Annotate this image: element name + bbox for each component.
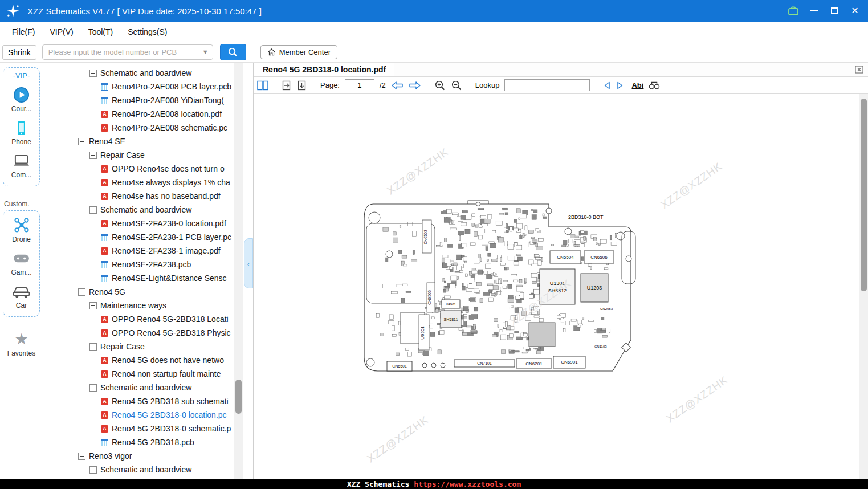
collapse-toggle-icon[interactable] xyxy=(89,466,97,474)
tree-folder[interactable]: Maintenance ways xyxy=(43,299,253,312)
tree-scrollbar-thumb[interactable] xyxy=(235,380,242,414)
page-input[interactable] xyxy=(345,79,374,91)
tree-item-label: Reno4Pro-2AE008 PCB layer.pcb xyxy=(112,82,231,91)
tree-folder[interactable]: Schematic and boardview xyxy=(43,66,253,80)
pcb-file-icon xyxy=(101,261,108,268)
tree-item-label: Reno4SE-Light&Distance Sensc xyxy=(112,274,227,283)
find-next-icon[interactable] xyxy=(616,81,624,90)
tree-file[interactable]: AReno4SE-2FA238-1 image.pdf xyxy=(43,244,253,258)
tree-file[interactable]: AReno4se has no baseband.pdf xyxy=(43,189,253,203)
lookup-input[interactable] xyxy=(504,79,590,91)
tree-file[interactable]: AOPPO Reno4 5G-2BD318 Locati xyxy=(43,312,253,326)
tree-folder[interactable]: Reno4 5G xyxy=(43,285,253,299)
svg-text:2BD318-0 BOT: 2BD318-0 BOT xyxy=(568,214,604,220)
tree-scrollbar[interactable] xyxy=(234,63,243,479)
tree-file[interactable]: AOPPO Reno4 5G-2BD318 Physic xyxy=(43,326,253,340)
document-tab[interactable]: Reno4 5G 2BD318-0 location.pdf xyxy=(254,63,394,76)
tree-file[interactable]: AReno4Pro-2AE008 schematic.pc xyxy=(43,121,253,135)
tree-item-label: OPPO Reno4 5G-2BD318 Locati xyxy=(112,315,229,324)
menu-tool[interactable]: Tool(T) xyxy=(81,22,121,42)
collapse-toggle-icon[interactable] xyxy=(89,152,97,159)
sidebar-item-phone[interactable]: Phone xyxy=(11,119,31,146)
menu-vip[interactable]: VIP(V) xyxy=(42,22,80,42)
tree-folder[interactable]: Repair Case xyxy=(43,148,253,162)
tree-item-label: Reno4 5G 2BD318 sub schemati xyxy=(112,397,229,406)
sidebar-item-car[interactable]: Car xyxy=(12,283,31,309)
statusbar-url[interactable]: https://www.xzztools.com xyxy=(414,480,521,488)
zoom-in-icon[interactable] xyxy=(434,80,446,91)
svg-text:CN5504: CN5504 xyxy=(557,255,574,260)
collapse-toggle-icon[interactable] xyxy=(89,206,97,214)
sidebar-item-label: Car xyxy=(16,301,27,309)
next-page-icon[interactable] xyxy=(409,81,421,90)
tree-folder[interactable]: Repair Case xyxy=(43,340,253,353)
pdf-scrollbar-thumb[interactable] xyxy=(861,99,867,291)
tree-folder[interactable]: Schematic and boardview xyxy=(43,463,253,476)
minimize-button[interactable] xyxy=(805,3,822,19)
sidebar-item-game[interactable]: Gam... xyxy=(11,250,31,276)
close-document-icon[interactable] xyxy=(855,66,863,74)
find-prev-icon[interactable] xyxy=(603,81,611,90)
tree-file[interactable]: AOPPO Reno4se does not turn o xyxy=(43,162,253,176)
maximize-button[interactable] xyxy=(826,3,843,19)
tree-file[interactable]: AReno4 5G does not have netwo xyxy=(43,353,253,367)
vip-sidebar: -VIP- Cour... Phone Com... Custom. xyxy=(0,63,43,479)
pdf-file-icon: A xyxy=(101,316,108,323)
sidebar-item-course[interactable]: Cour... xyxy=(11,86,31,113)
tree-file[interactable]: AReno4 5G 2BD318-0 schematic.p xyxy=(43,422,253,435)
panel-collapse-handle[interactable]: ‹ xyxy=(244,238,253,288)
tree-item-label: Reno4SE-2FA238-0 location.pdf xyxy=(112,219,226,228)
close-button[interactable]: ✕ xyxy=(846,3,863,19)
tree-folder[interactable]: Schematic and boardview xyxy=(43,381,253,394)
model-search-input[interactable] xyxy=(42,44,213,60)
tree-folder[interactable]: Reno3 vigor xyxy=(43,449,253,463)
page-label: Page: xyxy=(320,81,340,89)
chevron-down-icon[interactable]: ▼ xyxy=(202,48,209,55)
tree-file[interactable]: Reno4SE-2FA238-1 PCB layer.pc xyxy=(43,230,253,244)
pdf-viewer[interactable]: XZZ@XZZHK XZZ@XZZHK XZZ@XZZHK XZZ@XZZHK … xyxy=(254,94,868,479)
watermark: XZZ@XZZHK xyxy=(385,146,451,198)
binoculars-icon[interactable] xyxy=(649,80,660,90)
find-text-icon[interactable]: Abi xyxy=(631,81,643,89)
collapse-toggle-icon[interactable] xyxy=(89,384,97,392)
tree-folder[interactable]: Schematic and boardview xyxy=(43,203,253,217)
vip-header: -VIP- xyxy=(13,71,30,80)
search-button[interactable] xyxy=(220,44,246,60)
pdf-scrollbar[interactable] xyxy=(859,94,868,479)
tree-file[interactable]: Reno4Pro-2AE008 YiDianTong( xyxy=(43,93,253,107)
tree-folder[interactable]: Reno4 SE xyxy=(43,135,253,148)
collapse-toggle-icon[interactable] xyxy=(89,302,97,309)
tree-item-label: Reno3 vigor xyxy=(89,451,132,461)
sidebar-item-favorites[interactable]: ★ Favorites xyxy=(7,331,35,357)
zoom-out-icon[interactable] xyxy=(451,80,462,91)
sidebar-item-drone[interactable]: Drone xyxy=(12,217,31,243)
prev-page-icon[interactable] xyxy=(391,81,404,90)
menu-settings[interactable]: Settings(S) xyxy=(120,22,174,42)
pcb-file-icon xyxy=(101,439,108,446)
page-total: /2 xyxy=(380,81,386,89)
menu-file[interactable]: File(F) xyxy=(5,22,42,42)
fit-width-icon[interactable] xyxy=(297,80,307,91)
tree-file[interactable]: Reno4SE-2FA238.pcb xyxy=(43,258,253,271)
collapse-toggle-icon[interactable] xyxy=(78,453,85,460)
tree-file[interactable]: Reno4SE-Light&Distance Sensc xyxy=(43,271,253,285)
tree-file[interactable]: Reno4Pro-2AE008 PCB layer.pcb xyxy=(43,80,253,93)
shrink-button[interactable]: Shrink xyxy=(2,45,36,60)
tree-file[interactable]: AReno4se always displays 1% cha xyxy=(43,176,253,189)
tree-file[interactable]: AReno4 5G 2BD318-0 location.pc xyxy=(43,408,253,422)
tree-file[interactable]: Reno4 5G 2BD318.pcb xyxy=(43,435,253,449)
license-icon[interactable] xyxy=(785,3,802,19)
member-center-button[interactable]: Member Center xyxy=(260,45,337,59)
tree-file[interactable]: AReno4 5G 2BD318 sub schemati xyxy=(43,394,253,408)
tree-file[interactable]: AReno4Pro-2AE008 location.pdf xyxy=(43,107,253,121)
collapse-toggle-icon[interactable] xyxy=(89,70,97,77)
sidebar-item-computer[interactable]: Com... xyxy=(11,152,31,179)
collapse-toggle-icon[interactable] xyxy=(78,288,85,296)
fit-page-icon[interactable] xyxy=(282,80,292,91)
collapse-toggle-icon[interactable] xyxy=(78,138,85,145)
collapse-toggle-icon[interactable] xyxy=(89,343,97,351)
tree-file[interactable]: AReno4SE-2FA238-0 location.pdf xyxy=(43,217,253,230)
two-page-view-icon[interactable] xyxy=(257,80,268,91)
pdf-file-icon: A xyxy=(101,425,108,433)
tree-file[interactable]: AReno4 non startup fault mainte xyxy=(43,367,253,381)
